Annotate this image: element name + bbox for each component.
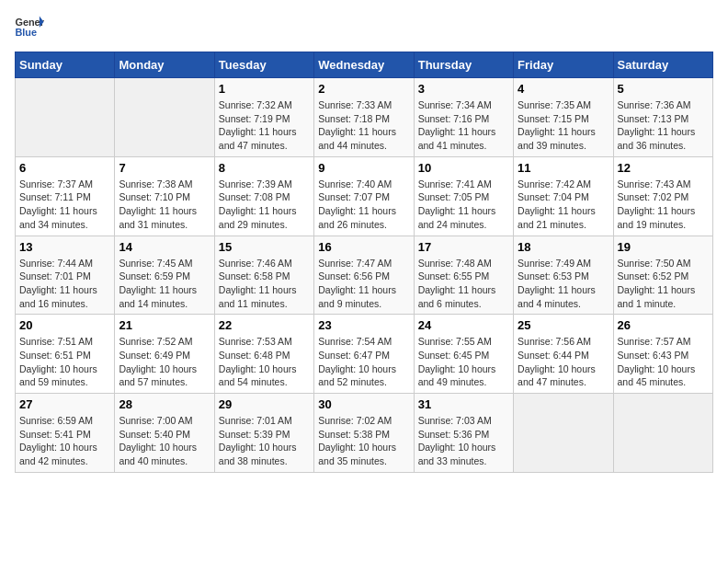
header-cell-thursday: Thursday — [414, 52, 513, 78]
header-cell-tuesday: Tuesday — [214, 52, 313, 78]
day-info: Sunrise: 7:47 AMSunset: 6:56 PMDaylight:… — [318, 257, 409, 311]
day-cell: 23Sunrise: 7:54 AMSunset: 6:47 PMDayligh… — [314, 315, 414, 394]
day-number: 9 — [318, 161, 409, 175]
day-info: Sunrise: 7:01 AMSunset: 5:39 PMDaylight:… — [219, 414, 310, 468]
day-cell: 27Sunrise: 6:59 AMSunset: 5:41 PMDayligh… — [16, 394, 115, 473]
day-info: Sunrise: 7:52 AMSunset: 6:49 PMDaylight:… — [119, 335, 210, 389]
day-number: 3 — [418, 82, 509, 96]
header-cell-friday: Friday — [514, 52, 613, 78]
day-number: 29 — [219, 397, 310, 411]
day-info: Sunrise: 7:51 AMSunset: 6:51 PMDaylight:… — [19, 335, 110, 389]
day-info: Sunrise: 7:40 AMSunset: 7:07 PMDaylight:… — [318, 178, 409, 232]
day-cell: 4Sunrise: 7:35 AMSunset: 7:15 PMDaylight… — [514, 78, 613, 157]
day-cell: 31Sunrise: 7:03 AMSunset: 5:36 PMDayligh… — [414, 394, 513, 473]
day-info: Sunrise: 7:45 AMSunset: 6:59 PMDaylight:… — [119, 257, 210, 311]
day-cell: 19Sunrise: 7:50 AMSunset: 6:52 PMDayligh… — [613, 236, 712, 315]
day-number: 28 — [119, 397, 210, 411]
day-number: 14 — [119, 240, 210, 254]
day-number: 11 — [518, 161, 609, 175]
day-cell: 10Sunrise: 7:41 AMSunset: 7:05 PMDayligh… — [414, 156, 513, 236]
header-row: SundayMondayTuesdayWednesdayThursdayFrid… — [16, 52, 713, 78]
day-cell: 12Sunrise: 7:43 AMSunset: 7:02 PMDayligh… — [613, 156, 712, 236]
day-cell: 16Sunrise: 7:47 AMSunset: 6:56 PMDayligh… — [314, 236, 414, 315]
day-cell: 25Sunrise: 7:56 AMSunset: 6:44 PMDayligh… — [514, 315, 613, 394]
day-cell: 29Sunrise: 7:01 AMSunset: 5:39 PMDayligh… — [214, 394, 313, 473]
day-number: 5 — [618, 82, 709, 96]
day-cell: 30Sunrise: 7:02 AMSunset: 5:38 PMDayligh… — [314, 394, 414, 473]
day-number: 8 — [219, 161, 310, 175]
header-cell-sunday: Sunday — [16, 52, 115, 78]
day-info: Sunrise: 7:03 AMSunset: 5:36 PMDaylight:… — [418, 414, 509, 468]
logo: General Blue — [15, 15, 44, 40]
day-cell: 11Sunrise: 7:42 AMSunset: 7:04 PMDayligh… — [514, 156, 613, 236]
day-info: Sunrise: 6:59 AMSunset: 5:41 PMDaylight:… — [19, 414, 110, 468]
day-info: Sunrise: 7:39 AMSunset: 7:08 PMDaylight:… — [219, 178, 310, 232]
week-row-2: 6Sunrise: 7:37 AMSunset: 7:11 PMDaylight… — [16, 156, 713, 236]
day-cell: 3Sunrise: 7:34 AMSunset: 7:16 PMDaylight… — [414, 78, 513, 157]
week-row-5: 27Sunrise: 6:59 AMSunset: 5:41 PMDayligh… — [16, 394, 713, 473]
day-number: 21 — [119, 318, 210, 332]
day-cell: 18Sunrise: 7:49 AMSunset: 6:53 PMDayligh… — [514, 236, 613, 315]
day-number: 30 — [318, 397, 409, 411]
day-cell — [613, 394, 712, 473]
day-number: 13 — [19, 240, 110, 254]
day-number: 4 — [518, 82, 609, 96]
day-info: Sunrise: 7:36 AMSunset: 7:13 PMDaylight:… — [618, 98, 709, 153]
calendar-body: 1Sunrise: 7:32 AMSunset: 7:19 PMDaylight… — [16, 78, 713, 473]
day-info: Sunrise: 7:00 AMSunset: 5:40 PMDaylight:… — [119, 414, 210, 468]
day-info: Sunrise: 7:37 AMSunset: 7:11 PMDaylight:… — [19, 178, 110, 232]
header-cell-wednesday: Wednesday — [314, 52, 414, 78]
day-number: 22 — [219, 318, 310, 332]
day-cell: 22Sunrise: 7:53 AMSunset: 6:48 PMDayligh… — [214, 315, 313, 394]
day-number: 27 — [19, 397, 110, 411]
day-cell: 8Sunrise: 7:39 AMSunset: 7:08 PMDaylight… — [214, 156, 313, 236]
svg-text:Blue: Blue — [15, 27, 37, 38]
calendar-header: SundayMondayTuesdayWednesdayThursdayFrid… — [16, 52, 713, 78]
day-number: 10 — [418, 161, 509, 175]
day-number: 20 — [19, 318, 110, 332]
day-info: Sunrise: 7:41 AMSunset: 7:05 PMDaylight:… — [418, 178, 509, 232]
day-info: Sunrise: 7:54 AMSunset: 6:47 PMDaylight:… — [318, 335, 409, 389]
day-info: Sunrise: 7:44 AMSunset: 7:01 PMDaylight:… — [19, 257, 110, 311]
page-header: General Blue — [15, 15, 713, 40]
day-number: 25 — [518, 318, 609, 332]
week-row-4: 20Sunrise: 7:51 AMSunset: 6:51 PMDayligh… — [16, 315, 713, 394]
day-info: Sunrise: 7:53 AMSunset: 6:48 PMDaylight:… — [219, 335, 310, 389]
day-cell: 15Sunrise: 7:46 AMSunset: 6:58 PMDayligh… — [214, 236, 313, 315]
logo-icon: General Blue — [15, 15, 44, 40]
day-cell: 5Sunrise: 7:36 AMSunset: 7:13 PMDaylight… — [613, 78, 712, 157]
day-info: Sunrise: 7:02 AMSunset: 5:38 PMDaylight:… — [318, 414, 409, 468]
calendar-table: SundayMondayTuesdayWednesdayThursdayFrid… — [15, 52, 713, 473]
day-number: 12 — [618, 161, 709, 175]
day-cell: 26Sunrise: 7:57 AMSunset: 6:43 PMDayligh… — [613, 315, 712, 394]
day-number: 1 — [219, 82, 310, 96]
day-number: 7 — [119, 161, 210, 175]
day-cell — [115, 78, 214, 157]
day-cell: 28Sunrise: 7:00 AMSunset: 5:40 PMDayligh… — [115, 394, 214, 473]
day-cell: 9Sunrise: 7:40 AMSunset: 7:07 PMDaylight… — [314, 156, 414, 236]
day-number: 31 — [418, 397, 509, 411]
day-cell: 6Sunrise: 7:37 AMSunset: 7:11 PMDaylight… — [16, 156, 115, 236]
day-info: Sunrise: 7:50 AMSunset: 6:52 PMDaylight:… — [618, 257, 709, 311]
day-info: Sunrise: 7:34 AMSunset: 7:16 PMDaylight:… — [418, 98, 509, 153]
day-info: Sunrise: 7:42 AMSunset: 7:04 PMDaylight:… — [518, 178, 609, 232]
day-info: Sunrise: 7:49 AMSunset: 6:53 PMDaylight:… — [518, 257, 609, 311]
day-info: Sunrise: 7:43 AMSunset: 7:02 PMDaylight:… — [618, 178, 709, 232]
day-cell: 2Sunrise: 7:33 AMSunset: 7:18 PMDaylight… — [314, 78, 414, 157]
week-row-3: 13Sunrise: 7:44 AMSunset: 7:01 PMDayligh… — [16, 236, 713, 315]
day-number: 6 — [19, 161, 110, 175]
day-info: Sunrise: 7:38 AMSunset: 7:10 PMDaylight:… — [119, 178, 210, 232]
day-cell — [16, 78, 115, 157]
day-number: 18 — [518, 240, 609, 254]
day-number: 2 — [318, 82, 409, 96]
day-info: Sunrise: 7:48 AMSunset: 6:55 PMDaylight:… — [418, 257, 509, 311]
day-info: Sunrise: 7:33 AMSunset: 7:18 PMDaylight:… — [318, 98, 409, 153]
day-info: Sunrise: 7:55 AMSunset: 6:45 PMDaylight:… — [418, 335, 509, 389]
day-info: Sunrise: 7:35 AMSunset: 7:15 PMDaylight:… — [518, 98, 609, 153]
day-cell: 7Sunrise: 7:38 AMSunset: 7:10 PMDaylight… — [115, 156, 214, 236]
day-cell — [514, 394, 613, 473]
day-cell: 1Sunrise: 7:32 AMSunset: 7:19 PMDaylight… — [214, 78, 313, 157]
day-info: Sunrise: 7:56 AMSunset: 6:44 PMDaylight:… — [518, 335, 609, 389]
week-row-1: 1Sunrise: 7:32 AMSunset: 7:19 PMDaylight… — [16, 78, 713, 157]
day-number: 17 — [418, 240, 509, 254]
